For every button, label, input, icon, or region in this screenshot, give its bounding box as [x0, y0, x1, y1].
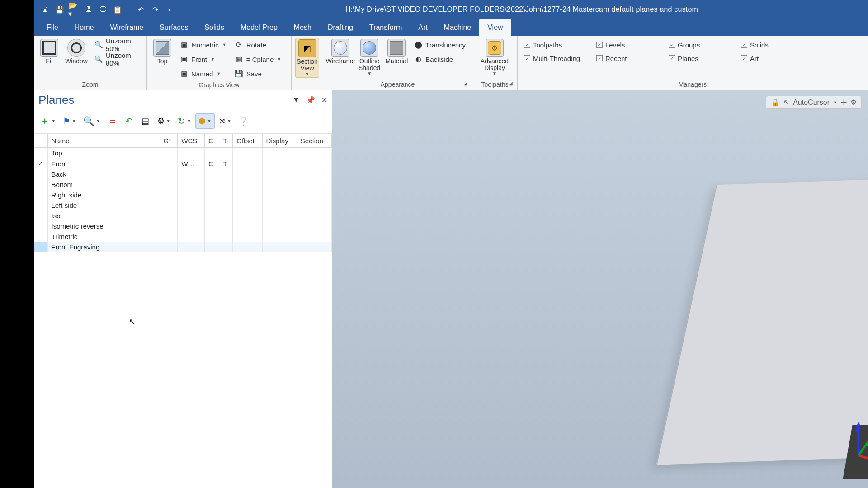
row-check[interactable]	[34, 221, 48, 231]
print-icon[interactable]: 🖶	[83, 4, 94, 15]
outline-shaded-button[interactable]: Outline Shaded▼	[357, 38, 382, 77]
row-check[interactable]	[34, 148, 48, 159]
wireframe-mode-button[interactable]: Wireframe	[327, 38, 354, 66]
tab-surfaces[interactable]: Surfaces	[151, 19, 196, 36]
table-row[interactable]: Top	[34, 148, 332, 159]
add-plane-button[interactable]: ＋▼	[37, 113, 59, 129]
row-check[interactable]	[34, 211, 48, 221]
panel-close-icon[interactable]: ✕	[321, 96, 327, 104]
search-button[interactable]: 🔍▼	[80, 113, 104, 129]
new-file-icon[interactable]: 🗎	[39, 4, 51, 15]
table-row[interactable]: Right side	[34, 190, 332, 200]
snap-icon[interactable]: ✛	[841, 98, 847, 107]
manager-toggle-groups[interactable]: ✓Groups	[666, 38, 729, 52]
top-view-button[interactable]: Top	[151, 38, 174, 66]
col-wcs[interactable]: WCS	[178, 134, 205, 148]
list-button[interactable]: ▤	[138, 113, 153, 129]
settings-icon[interactable]: ⚙	[850, 98, 857, 107]
row-check[interactable]	[34, 169, 48, 179]
translucency-toggle[interactable]: ⬤ Translucency	[411, 38, 468, 52]
planes-table[interactable]: NameG*WCSCTOffsetDisplaySection Top✓Fron…	[34, 134, 332, 252]
row-check[interactable]	[34, 231, 48, 242]
autocursor-toolbar[interactable]: 🔒 ↖ AutoCursor ▼ ✛ ⚙	[766, 96, 862, 109]
col-c[interactable]: C	[205, 134, 219, 148]
table-row[interactable]: Trimetric	[34, 231, 332, 242]
isometric-view-button[interactable]: ▣ Isometric▼	[177, 38, 229, 52]
row-check[interactable]	[34, 200, 48, 211]
backside-toggle[interactable]: ◐ Backside	[411, 52, 468, 66]
col-offset[interactable]: Offset	[233, 134, 262, 148]
settings-button[interactable]: ⚙▼	[154, 113, 174, 129]
axes-button[interactable]: ⤭▼	[216, 113, 235, 129]
row-c	[205, 231, 219, 242]
rotate-button[interactable]: ⟳ Rotate	[232, 38, 284, 52]
panel-dropdown-icon[interactable]: ▼	[292, 96, 300, 104]
tab-machine[interactable]: Machine	[436, 19, 479, 36]
material-button[interactable]: Material	[385, 38, 408, 66]
save-icon[interactable]: 💾	[54, 4, 66, 15]
tab-home[interactable]: Home	[66, 19, 102, 36]
undo-plane-button[interactable]: ↶	[122, 113, 137, 129]
clipboard-icon[interactable]: 📋	[112, 4, 123, 15]
tab-model-prep[interactable]: Model Prep	[232, 19, 286, 36]
equals-cplane-button[interactable]: ▦ = Cplane▼	[232, 52, 284, 66]
table-row[interactable]: ✓FrontW…CT	[34, 158, 332, 169]
manager-toggle-planes[interactable]: ✓Planes	[666, 52, 729, 65]
dialog-launcher-icon[interactable]: ◢	[464, 81, 467, 86]
panel-pin-icon[interactable]: 📌	[306, 96, 315, 104]
open-icon[interactable]: 📂▾	[68, 4, 80, 15]
table-row[interactable]: Iso	[34, 211, 332, 221]
col-section[interactable]: Section	[297, 134, 331, 148]
row-check[interactable]	[34, 190, 48, 200]
plus-icon: ＋	[40, 114, 50, 128]
dialog-launcher-icon[interactable]: ◢	[509, 81, 513, 86]
table-row[interactable]: Left side	[34, 200, 332, 211]
window-zoom-button[interactable]: Window	[64, 38, 89, 66]
row-check[interactable]	[34, 242, 48, 252]
row-check[interactable]	[34, 179, 48, 190]
cube-toggle-button[interactable]: ⬢▼	[195, 113, 215, 129]
tab-transform[interactable]: Transform	[361, 19, 410, 36]
unzoom-80-button[interactable]: 🔍 Unzoom 80%	[92, 52, 143, 66]
flag-button[interactable]: ⚑▼	[60, 113, 79, 129]
tab-view[interactable]: View	[479, 19, 511, 36]
table-row[interactable]: Isometric reverse	[34, 221, 332, 231]
col-name[interactable]: Name	[47, 134, 160, 148]
equals-button[interactable]: ＝	[104, 113, 121, 129]
tab-art[interactable]: Art	[410, 19, 435, 36]
table-row[interactable]: Front Engraving	[34, 242, 332, 252]
table-row[interactable]: Back	[34, 169, 332, 179]
undo-icon[interactable]: ↶	[135, 4, 146, 15]
advanced-display-button[interactable]: Advanced Display▼	[476, 38, 513, 77]
tab-drafting[interactable]: Drafting	[320, 19, 361, 36]
screenshot-icon[interactable]: 🖵	[97, 4, 109, 15]
tab-file[interactable]: File	[38, 19, 66, 36]
tab-mesh[interactable]: Mesh	[286, 19, 320, 36]
manager-toggle-art[interactable]: ✓Art	[738, 52, 802, 65]
unzoom-50-button[interactable]: 🔍 Unzoom 50%	[92, 38, 143, 52]
manager-toggle-levels[interactable]: ✓Levels	[594, 38, 657, 52]
graphics-viewport[interactable]: Z Y X 🔒 ↖ AutoCursor ▼ ✛ ⚙	[332, 90, 868, 488]
fit-button[interactable]: Fit	[38, 38, 61, 66]
row-wcs	[178, 190, 205, 200]
table-row[interactable]: Bottom	[34, 179, 332, 190]
help-button[interactable]: ❔	[235, 113, 251, 129]
manager-toggle-recent[interactable]: ✓Recent	[594, 52, 657, 65]
redo-icon[interactable]: ↷	[149, 4, 161, 15]
qat-more-icon[interactable]: ▾	[164, 4, 175, 15]
refresh-button[interactable]: ↻▼	[175, 113, 194, 129]
manager-toggle-multi-threading[interactable]: ✓Multi-Threading	[521, 52, 585, 65]
named-view-button[interactable]: ▣ Named▼	[177, 67, 229, 80]
save-view-button[interactable]: 💾 Save	[232, 67, 284, 80]
chevron-down-icon[interactable]: ▼	[833, 100, 837, 105]
row-check[interactable]: ✓	[34, 158, 48, 169]
section-view-button[interactable]: ◩ Section View▼	[295, 38, 319, 78]
col-t[interactable]: T	[219, 134, 233, 148]
col-g*[interactable]: G*	[160, 134, 178, 148]
manager-toggle-toolpaths[interactable]: ✓Toolpaths	[521, 38, 585, 52]
col-display[interactable]: Display	[262, 134, 297, 148]
tab-solids[interactable]: Solids	[196, 19, 232, 36]
front-view-button[interactable]: ▣ Front▼	[177, 52, 229, 66]
tab-wireframe[interactable]: Wireframe	[102, 19, 151, 36]
manager-toggle-solids[interactable]: ✓Solids	[738, 38, 802, 52]
